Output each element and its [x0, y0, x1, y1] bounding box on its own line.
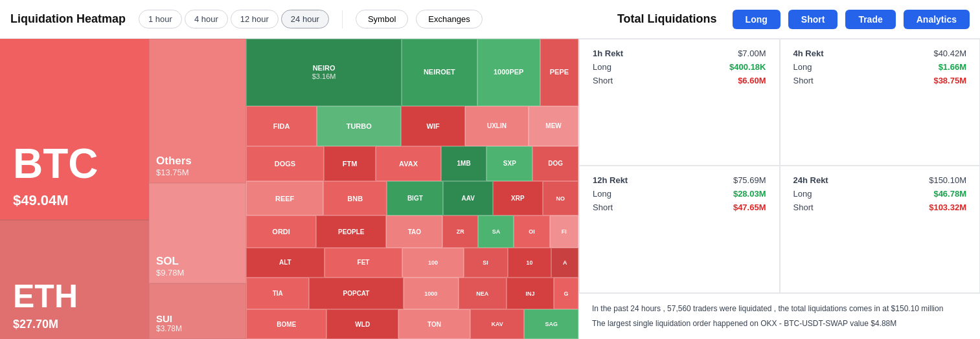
tile-1000pep: 1000PEP: [477, 39, 540, 106]
others-block: Others $13.75M: [149, 39, 246, 183]
tile-avax: AVAX: [376, 146, 440, 181]
stat-1h-short-value: $6.60M: [738, 76, 766, 85]
stat-4h: 4h Rekt $40.42M Long $1.66M Short $38.75…: [780, 39, 981, 166]
stat-1h-label: 1h Rekt: [593, 49, 623, 58]
eth-value: $27.70M: [13, 318, 136, 331]
stat-12h-short-value: $47.65M: [733, 202, 766, 212]
time-btn-24hour[interactable]: 24 hour: [281, 10, 329, 28]
analytics-button[interactable]: Analytics: [904, 10, 970, 29]
time-button-group: 1 hour 4 hour 12 hour 24 hour: [139, 10, 329, 28]
tile-mew: MEW: [529, 106, 578, 146]
heatmap: BTC $49.04M ETH $27.70M Others $13.75M S…: [0, 39, 578, 339]
stat-12h: 12h Rekt $75.69M Long $28.03M Short $47.…: [579, 166, 780, 292]
stat-12h-long-value: $28.03M: [733, 189, 766, 199]
tile-zr: ZR: [442, 215, 478, 248]
stat-24h: 24h Rekt $150.10M Long $46.78M Short $10…: [780, 166, 981, 292]
tile-bnb: BNB: [323, 181, 387, 216]
tile-uxlin: UXLIN: [465, 106, 529, 146]
tile-kav: KAV: [470, 309, 525, 339]
stat-12h-header: 12h Rekt $75.69M: [593, 175, 766, 185]
long-button[interactable]: Long: [733, 10, 781, 29]
tile-aav: AAV: [443, 181, 493, 216]
tiles-row-2: FIDA TURBO WIF UXLIN MEW: [246, 106, 578, 146]
tiles-row-1: NEIRO $3.16M NEIROET 1000PEP PEPE: [246, 39, 578, 106]
stat-1h-header: 1h Rekt $7.00M: [593, 49, 766, 58]
stat-24h-total: $150.10M: [929, 175, 966, 185]
stat-12h-label: 12h Rekt: [593, 175, 628, 185]
stat-24h-label: 24h Rekt: [793, 175, 828, 185]
tiles-row-6: ALT FET 100 SI 10 A: [246, 248, 578, 278]
tile-reef: REEF: [246, 181, 323, 216]
tile-neiro: NEIRO $3.16M: [246, 39, 402, 106]
app-container: Liquidation Heatmap 1 hour 4 hour 12 hou…: [0, 0, 980, 339]
short-button[interactable]: Short: [788, 10, 838, 29]
stat-24h-long-value: $46.78M: [933, 189, 966, 199]
trade-button[interactable]: Trade: [845, 10, 895, 29]
tile-people: PEOPLE: [316, 215, 386, 248]
others-label: Others: [156, 155, 239, 168]
tile-no: NO: [543, 181, 578, 216]
stat-1h-long-label: Long: [593, 62, 611, 72]
tile-wif: WIF: [401, 106, 464, 146]
sol-block: SOL $9.78M: [149, 183, 246, 283]
tile-sa: SA: [478, 215, 514, 248]
btc-eth-column: BTC $49.04M ETH $27.70M: [0, 39, 149, 339]
stat-24h-short-value: $103.32M: [929, 202, 966, 212]
right-panel: 1h Rekt $7.00M Long $400.18K Short $6.60…: [578, 39, 980, 339]
time-btn-4hour[interactable]: 4 hour: [185, 10, 228, 28]
stats-grid: 1h Rekt $7.00M Long $400.18K Short $6.60…: [579, 39, 980, 293]
stat-1h-long-row: Long $400.18K: [593, 62, 766, 72]
mid-column: Others $13.75M SOL $9.78M SUI $3.78M: [149, 39, 246, 339]
btc-label: BTC: [13, 143, 136, 184]
tile-bome: BOME: [246, 309, 326, 339]
tile-ordi: ORDI: [246, 215, 316, 248]
sol-label: SOL: [156, 255, 239, 268]
stat-1h-total: $7.00M: [738, 49, 766, 58]
tile-sxp: SXP: [486, 146, 532, 181]
tile-inj: INJ: [507, 278, 554, 310]
tile-oi: OI: [514, 215, 549, 248]
page-title: Liquidation Heatmap: [10, 12, 126, 26]
tiles-row-7: TIA POPCAT 1000 NEA INJ G: [246, 278, 578, 310]
symbol-button[interactable]: Symbol: [356, 10, 408, 28]
tile-bigt: BIGT: [387, 181, 443, 216]
tiles-row-4: REEF BNB BIGT AAV XRP NO: [246, 181, 578, 216]
tile-fi: FI: [550, 215, 578, 248]
stat-4h-header: 4h Rekt $40.42M: [793, 49, 967, 58]
stat-12h-short-label: Short: [593, 202, 613, 212]
exchanges-button[interactable]: Exchanges: [416, 10, 482, 28]
tile-alt: ALT: [246, 248, 325, 278]
stat-12h-short-row: Short $47.65M: [593, 202, 766, 212]
tile-pepe: PEPE: [540, 39, 578, 106]
tile-tao: TAO: [386, 215, 442, 248]
header: Liquidation Heatmap 1 hour 4 hour 12 hou…: [0, 0, 980, 39]
sui-value: $3.78M: [156, 324, 239, 333]
sol-value: $9.78M: [156, 268, 239, 278]
stat-24h-header: 24h Rekt $150.10M: [793, 175, 967, 185]
tile-a: A: [551, 248, 578, 278]
tile-1mb: 1MB: [441, 146, 487, 181]
tile-xrp: XRP: [493, 181, 543, 216]
stat-24h-short-row: Short $103.32M: [793, 202, 967, 212]
sui-label: SUI: [156, 313, 239, 324]
stat-12h-long-row: Long $28.03M: [593, 189, 766, 199]
btc-block: BTC $49.04M: [0, 39, 149, 219]
total-liquidations-label: Total Liquidations: [617, 12, 717, 26]
stat-24h-long-label: Long: [793, 189, 812, 199]
tile-turbo: TURBO: [317, 106, 401, 146]
tile-sag: SAG: [524, 309, 578, 339]
stat-1h-short-label: Short: [593, 76, 613, 85]
tile-si: SI: [464, 248, 508, 278]
btc-value: $49.04M: [13, 192, 136, 209]
tiles-row-5: ORDI PEOPLE TAO ZR SA OI FI: [246, 215, 578, 248]
sui-block: SUI $3.78M: [149, 283, 246, 339]
stat-4h-short-label: Short: [793, 76, 814, 85]
stat-4h-long-value: $1.66M: [939, 62, 966, 72]
tile-dog: DOG: [532, 146, 578, 181]
time-btn-1hour[interactable]: 1 hour: [139, 10, 182, 28]
stat-1h: 1h Rekt $7.00M Long $400.18K Short $6.60…: [579, 39, 780, 166]
tile-fet: FET: [325, 248, 403, 278]
time-btn-12hour[interactable]: 12 hour: [231, 10, 279, 28]
stat-1h-long-value: $400.18K: [729, 62, 766, 72]
summary-box: In the past 24 hours , 57,560 traders we…: [579, 293, 980, 339]
